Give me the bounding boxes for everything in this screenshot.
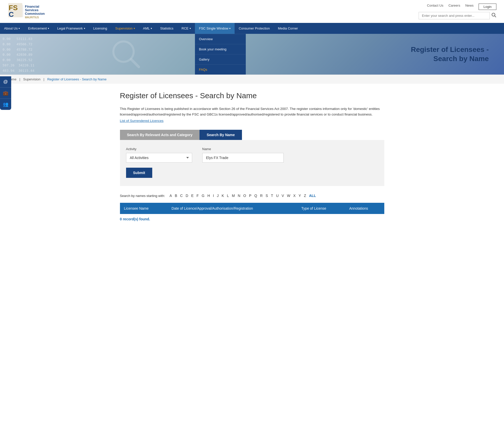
alpha-k[interactable]: K bbox=[222, 194, 224, 198]
alpha-z[interactable]: Z bbox=[304, 194, 306, 198]
fsc-single-window-dropdown-wrapper: FSC Single Window ▾ Overview Book your m… bbox=[195, 23, 235, 34]
alpha-h[interactable]: H bbox=[207, 194, 210, 198]
nav-statistics[interactable]: Statistics bbox=[156, 23, 177, 34]
alpha-m[interactable]: M bbox=[232, 194, 235, 198]
alpha-y[interactable]: Y bbox=[299, 194, 301, 198]
fsc-dropdown-menu: Overview Book your meeting Gallery FAQs bbox=[195, 34, 246, 75]
hero-banner: 0.00 53111.83 0.00 49566.72 0.00 45788.7… bbox=[0, 34, 504, 75]
alpha-l[interactable]: L bbox=[227, 194, 229, 198]
svg-text:Financial: Financial bbox=[25, 5, 39, 8]
breadcrumb-supervision[interactable]: Supervision bbox=[23, 77, 40, 81]
alpha-t[interactable]: T bbox=[271, 194, 273, 198]
contact-us-link[interactable]: Contact Us bbox=[427, 4, 443, 10]
table-header-row: Licensee Name Date of Licence/Approval/A… bbox=[120, 203, 384, 214]
breadcrumb: Home | Supervision | Register of License… bbox=[0, 75, 504, 84]
enforcement-arrow: ▾ bbox=[48, 27, 49, 30]
results-table: Licensee Name Date of Licence/Approval/A… bbox=[120, 203, 384, 214]
nav-legal-framework[interactable]: Legal Framework ▾ bbox=[53, 23, 89, 34]
top-links: Contact Us Careers News Login bbox=[427, 4, 496, 10]
alpha-search: Search by names starting with: A B C D E… bbox=[120, 194, 384, 198]
people-side-icon[interactable]: 👥 bbox=[0, 99, 11, 110]
col-annotations: Annotations bbox=[345, 203, 384, 214]
rce-arrow: ▾ bbox=[190, 27, 191, 30]
nav-media-corner[interactable]: Media Corner bbox=[274, 23, 302, 34]
alpha-s[interactable]: S bbox=[266, 194, 268, 198]
alpha-j[interactable]: J bbox=[217, 194, 219, 198]
dropdown-book-meeting[interactable]: Book your meeting bbox=[195, 44, 246, 54]
alpha-d[interactable]: D bbox=[186, 194, 188, 198]
alpha-all[interactable]: ALL bbox=[309, 194, 316, 198]
tab-relevant-acts[interactable]: Search By Relevant Acts and Category bbox=[120, 130, 200, 140]
description-text: This Register of Licensees is being publ… bbox=[120, 106, 384, 117]
alpha-w[interactable]: W bbox=[287, 194, 290, 198]
email-side-icon[interactable]: @ bbox=[0, 76, 11, 88]
alpha-b[interactable]: B bbox=[175, 194, 177, 198]
col-licensee-name: Licensee Name bbox=[120, 203, 167, 214]
name-input[interactable] bbox=[202, 153, 284, 163]
main-nav: About Us ▾ Enforcement ▾ Legal Framework… bbox=[0, 23, 504, 34]
nav-about-us[interactable]: About Us ▾ bbox=[0, 23, 24, 34]
svg-text:Commission: Commission bbox=[25, 12, 45, 16]
nav-enforcement[interactable]: Enforcement ▾ bbox=[24, 23, 53, 34]
svg-text:C: C bbox=[9, 10, 14, 18]
col-type-of-license: Type of License bbox=[297, 203, 345, 214]
search-form-container: Activity All Activities Banking Insuranc… bbox=[120, 140, 384, 186]
alpha-search-label: Search by names starting with: bbox=[120, 194, 165, 198]
alpha-i[interactable]: I bbox=[213, 194, 214, 198]
legal-framework-arrow: ▾ bbox=[84, 27, 85, 30]
alpha-q[interactable]: Q bbox=[254, 194, 257, 198]
tab-search-by-name[interactable]: Search By Name bbox=[200, 130, 242, 140]
side-icons: @ 💼 👥 bbox=[0, 76, 11, 110]
nav-licensing[interactable]: Licensing bbox=[89, 23, 111, 34]
alpha-v[interactable]: V bbox=[282, 194, 284, 198]
nav-rce[interactable]: RCE ▾ bbox=[177, 23, 195, 34]
alpha-f[interactable]: F bbox=[196, 194, 199, 198]
activity-select[interactable]: All Activities Banking Insurance Investm… bbox=[126, 153, 192, 163]
search-input[interactable] bbox=[419, 12, 490, 19]
about-us-arrow: ▾ bbox=[19, 27, 20, 30]
search-button[interactable] bbox=[491, 12, 496, 19]
activity-label: Activity bbox=[126, 147, 192, 151]
alpha-r[interactable]: R bbox=[260, 194, 263, 198]
login-button[interactable]: Login bbox=[479, 4, 496, 10]
breadcrumb-sep-2: | bbox=[43, 77, 44, 81]
breadcrumb-current: Register of Licensees - Search by Name bbox=[47, 77, 106, 81]
logo: FS C Financial Services Commission MAURI… bbox=[8, 3, 48, 20]
page-title: Register of Licensees - Search by Name bbox=[120, 91, 384, 100]
alpha-c[interactable]: C bbox=[180, 194, 183, 198]
svg-line-11 bbox=[131, 59, 139, 67]
alpha-a[interactable]: A bbox=[170, 194, 172, 198]
briefcase-side-icon[interactable]: 💼 bbox=[0, 88, 11, 99]
news-link[interactable]: News bbox=[465, 4, 474, 10]
activity-form-group: Activity All Activities Banking Insuranc… bbox=[126, 147, 192, 163]
alpha-u[interactable]: U bbox=[276, 194, 279, 198]
top-right-area: Contact Us Careers News Login bbox=[419, 4, 496, 19]
name-form-group: Name bbox=[202, 147, 284, 163]
records-found: 0 record(s) found. bbox=[120, 217, 384, 221]
top-bar: FS C Financial Services Commission MAURI… bbox=[0, 0, 504, 23]
dropdown-faqs[interactable]: FAQs bbox=[195, 64, 246, 75]
aml-arrow: ▾ bbox=[151, 27, 152, 30]
svg-line-9 bbox=[495, 16, 496, 17]
main-content: Register of Licensees - Search by Name T… bbox=[112, 84, 392, 231]
dropdown-overview[interactable]: Overview bbox=[195, 34, 246, 44]
nav-aml[interactable]: AML ▾ bbox=[139, 23, 156, 34]
fsc-arrow: ▾ bbox=[229, 27, 231, 30]
alpha-p[interactable]: P bbox=[249, 194, 251, 198]
submit-button[interactable]: Submit bbox=[126, 168, 152, 178]
col-date: Date of Licence/Approval/Authorisation/R… bbox=[167, 203, 297, 214]
form-row: Activity All Activities Banking Insuranc… bbox=[126, 147, 378, 163]
nav-fsc-single-window[interactable]: FSC Single Window ▾ bbox=[195, 23, 235, 34]
dropdown-gallery[interactable]: Gallery bbox=[195, 54, 246, 64]
alpha-e[interactable]: E bbox=[191, 194, 193, 198]
surrendered-licences-link[interactable]: List of Surrendered Licences bbox=[120, 119, 164, 123]
alpha-o[interactable]: O bbox=[243, 194, 246, 198]
careers-link[interactable]: Careers bbox=[448, 4, 460, 10]
nav-supervision[interactable]: Supervision ▾ bbox=[111, 23, 139, 34]
nav-consumer-protection[interactable]: Consumer Protection bbox=[235, 23, 274, 34]
alpha-x[interactable]: X bbox=[293, 194, 296, 198]
alpha-g[interactable]: G bbox=[202, 194, 204, 198]
alpha-n[interactable]: N bbox=[238, 194, 240, 198]
svg-text:Services: Services bbox=[25, 8, 39, 12]
breadcrumb-sep-1: | bbox=[19, 77, 20, 81]
